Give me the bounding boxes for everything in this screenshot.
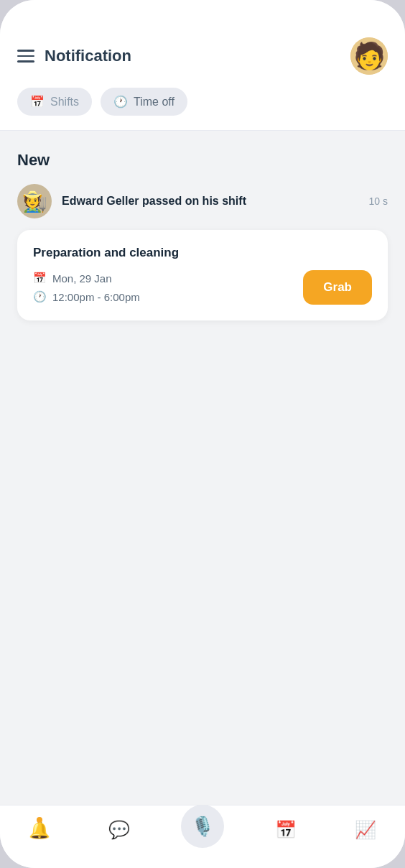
nav-item-chat[interactable]: 💬: [101, 816, 137, 844]
header-left: Notification: [17, 47, 131, 65]
mic-icon: 🎙️: [191, 816, 214, 838]
shift-time-range: 12:00pm - 6:00pm: [52, 291, 140, 303]
chat-icon: 💬: [108, 820, 130, 840]
nav-dot: [37, 817, 42, 823]
calendar-icon: 📅: [33, 272, 47, 285]
page-title: Notification: [45, 47, 131, 65]
avatar-image: [350, 37, 388, 75]
shifts-icon: 📅: [30, 95, 45, 108]
notif-avatar: 🧑‍🌾: [17, 184, 52, 218]
content-area: New 🧑‍🌾 Edward Geller passed on his shif…: [0, 131, 405, 805]
shift-card-details: 📅 Mon, 29 Jan 🕐 12:00pm - 6:00pm Grab: [33, 270, 372, 305]
nav-item-calendar[interactable]: 📅: [268, 816, 304, 844]
tab-time-off-label: Time off: [134, 96, 174, 108]
calendar-nav-icon: 📅: [275, 820, 297, 840]
nav-item-chart[interactable]: 📈: [348, 816, 383, 844]
tab-shifts[interactable]: 📅 Shifts: [17, 88, 92, 116]
shift-date-row: 📅 Mon, 29 Jan: [33, 272, 140, 285]
bell-icon: 🔔: [29, 820, 50, 840]
clock-icon: 🕐: [33, 290, 47, 303]
shift-date: Mon, 29 Jan: [52, 272, 112, 285]
avatar[interactable]: [350, 37, 388, 75]
shift-card: Preparation and cleaning 📅 Mon, 29 Jan 🕐…: [17, 230, 388, 320]
time-off-icon: 🕐: [113, 95, 128, 108]
nav-item-bell[interactable]: 🔔: [22, 816, 57, 844]
shift-card-title: Preparation and cleaning: [33, 246, 372, 260]
chart-icon: 📈: [355, 820, 376, 840]
tab-time-off[interactable]: 🕐 Time off: [101, 88, 187, 116]
nav-center-button[interactable]: 🎙️: [181, 805, 224, 848]
bottom-nav: 🔔 💬 🎙️ 📅 📈: [0, 805, 405, 868]
grab-button[interactable]: Grab: [303, 270, 372, 305]
shift-info: 📅 Mon, 29 Jan 🕐 12:00pm - 6:00pm: [33, 272, 140, 303]
notif-time: 10 s: [369, 195, 388, 207]
tab-shifts-label: Shifts: [50, 96, 79, 108]
notification-item: 🧑‍🌾 Edward Geller passed on his shift 10…: [17, 184, 388, 218]
menu-icon[interactable]: [17, 50, 34, 63]
shift-time-row: 🕐 12:00pm - 6:00pm: [33, 290, 140, 303]
phone-frame: Notification 📅 Shifts 🕐 Time off New 🧑‍🌾…: [0, 0, 405, 868]
tabs-bar: 📅 Shifts 🕐 Time off: [0, 88, 405, 130]
notif-text: Edward Geller passed on his shift: [62, 195, 359, 208]
section-new-title: New: [17, 151, 388, 170]
header: Notification: [0, 0, 405, 88]
